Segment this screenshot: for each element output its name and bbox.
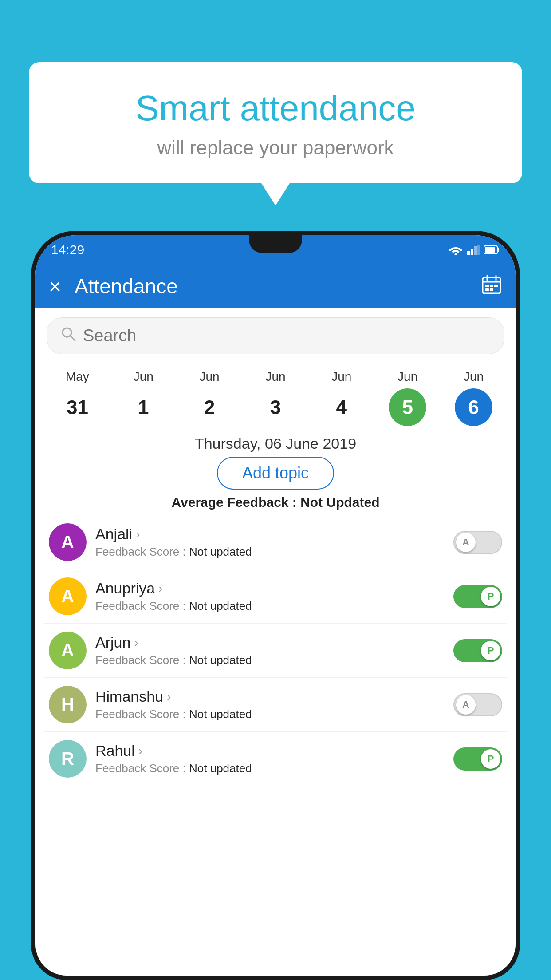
student-name: Arjun ›: [95, 634, 453, 651]
search-bar[interactable]: [47, 317, 504, 354]
signal-icon: [467, 245, 480, 255]
calendar-day[interactable]: May31: [59, 370, 96, 426]
feedback-score: Feedback Score : Not updated: [95, 707, 453, 721]
calendar-day[interactable]: Jun6: [455, 370, 492, 426]
cal-month-label: Jun: [200, 370, 220, 384]
student-info: Anjali ›Feedback Score : Not updated: [95, 526, 453, 559]
attendance-toggle[interactable]: P: [453, 585, 502, 608]
toggle-switch[interactable]: P: [453, 639, 502, 662]
phone-inner: 14:29: [35, 235, 516, 976]
cal-date-number: 31: [59, 388, 96, 426]
hero-subtitle: will replace your paperwork: [51, 137, 500, 159]
toggle-knob: P: [481, 749, 500, 769]
cal-month-label: Jun: [265, 370, 285, 384]
phone-frame: 14:29: [31, 231, 520, 980]
svg-point-0: [455, 253, 457, 255]
svg-rect-1: [467, 251, 470, 255]
student-name: Rahul ›: [95, 742, 453, 759]
svg-rect-12: [485, 285, 489, 287]
student-avatar: A: [49, 523, 87, 561]
student-item[interactable]: RRahul ›Feedback Score : Not updatedP: [44, 732, 507, 786]
cal-month-label: Jun: [331, 370, 351, 384]
student-item[interactable]: HHimanshu ›Feedback Score : Not updatedA: [44, 678, 507, 732]
student-avatar: A: [49, 632, 87, 669]
cal-month-label: Jun: [398, 370, 417, 384]
svg-rect-2: [471, 249, 473, 255]
feedback-score: Feedback Score : Not updated: [95, 762, 453, 775]
svg-rect-14: [494, 285, 498, 287]
student-info: Anupriya ›Feedback Score : Not updated: [95, 580, 453, 613]
speech-bubble: Smart attendance will replace your paper…: [29, 62, 522, 183]
student-info: Rahul ›Feedback Score : Not updated: [95, 742, 453, 775]
cal-month-label: Jun: [464, 370, 484, 384]
wifi-icon: [449, 245, 463, 255]
status-bar: 14:29: [35, 235, 516, 264]
feedback-value: Not updated: [189, 762, 252, 775]
feedback-value: Not updated: [189, 545, 252, 558]
cal-date-number: 4: [323, 388, 360, 426]
student-avatar: R: [49, 740, 87, 778]
feedback-value: Not updated: [189, 707, 252, 721]
toggle-switch[interactable]: A: [453, 531, 502, 554]
hero-title: Smart attendance: [51, 89, 500, 128]
notch: [249, 235, 302, 253]
svg-rect-13: [490, 285, 493, 287]
cal-date-number: 3: [256, 388, 294, 426]
calendar-day[interactable]: Jun4: [323, 370, 360, 426]
attendance-toggle[interactable]: P: [453, 639, 502, 662]
cal-month-label: May: [66, 370, 89, 384]
svg-rect-4: [477, 245, 480, 255]
student-name: Himanshu ›: [95, 688, 453, 705]
add-topic-button[interactable]: Add topic: [217, 457, 334, 490]
toggle-switch[interactable]: P: [453, 747, 502, 771]
svg-rect-6: [497, 248, 499, 252]
student-item[interactable]: AArjun ›Feedback Score : Not updatedP: [44, 624, 507, 678]
student-name: Anupriya ›: [95, 580, 453, 597]
feedback-score: Feedback Score : Not updated: [95, 599, 453, 613]
calendar-icon[interactable]: [481, 274, 502, 299]
search-input[interactable]: [83, 326, 491, 345]
close-button[interactable]: ×: [49, 274, 61, 299]
cal-month-label: Jun: [134, 370, 153, 384]
student-name: Anjali ›: [95, 526, 453, 543]
student-item[interactable]: AAnupriya ›Feedback Score : Not updatedP: [44, 569, 507, 624]
chevron-icon: ›: [138, 744, 142, 758]
student-avatar: A: [49, 577, 87, 615]
avg-feedback-label: Average Feedback :: [171, 495, 300, 510]
calendar-day[interactable]: Jun2: [191, 370, 228, 426]
calendar-day[interactable]: Jun1: [125, 370, 162, 426]
svg-rect-3: [474, 246, 477, 255]
cal-date-number: 6: [455, 388, 492, 426]
student-list: AAnjali ›Feedback Score : Not updatedAAA…: [35, 515, 516, 786]
chevron-icon: ›: [158, 581, 162, 596]
svg-rect-7: [485, 247, 495, 253]
chevron-icon: ›: [167, 690, 171, 704]
calendar-strip: May31Jun1Jun2Jun3Jun4Jun5Jun6: [35, 363, 516, 428]
attendance-toggle[interactable]: P: [453, 747, 502, 771]
svg-rect-15: [485, 288, 489, 291]
toggle-knob: P: [481, 587, 500, 606]
toggle-knob: P: [481, 641, 500, 660]
cal-date-number: 5: [389, 388, 426, 426]
status-icons: [449, 245, 500, 255]
chevron-icon: ›: [134, 636, 138, 650]
toggle-switch[interactable]: P: [453, 585, 502, 608]
calendar-day[interactable]: Jun3: [256, 370, 294, 426]
app-bar: × Attendance: [35, 264, 516, 308]
student-item[interactable]: AAnjali ›Feedback Score : Not updatedA: [44, 515, 507, 569]
search-icon: [60, 326, 76, 346]
cal-date-number: 1: [125, 388, 162, 426]
feedback-score: Feedback Score : Not updated: [95, 653, 453, 667]
attendance-toggle[interactable]: A: [453, 531, 502, 554]
attendance-toggle[interactable]: A: [453, 693, 502, 716]
svg-rect-16: [490, 288, 493, 291]
feedback-score: Feedback Score : Not updated: [95, 545, 453, 559]
calendar-day[interactable]: Jun5: [389, 370, 426, 426]
cal-date-number: 2: [191, 388, 228, 426]
svg-line-18: [71, 336, 75, 340]
battery-icon: [484, 245, 500, 255]
toggle-switch[interactable]: A: [453, 693, 502, 716]
feedback-value: Not updated: [189, 653, 252, 667]
chevron-icon: ›: [136, 527, 140, 541]
feedback-value: Not updated: [189, 599, 252, 612]
